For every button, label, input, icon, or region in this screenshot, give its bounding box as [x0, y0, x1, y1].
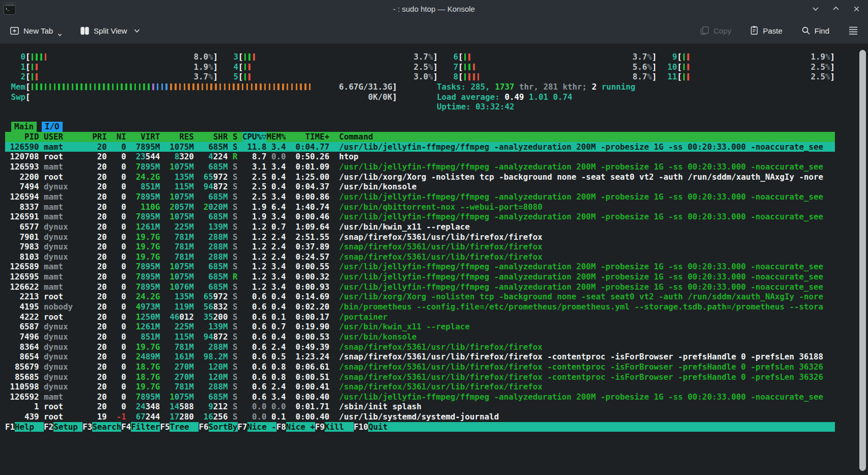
cell-spacer	[107, 372, 112, 382]
cell-cpu-percent: 0.6	[242, 292, 267, 302]
table-row[interactable]: 6587 dynux20 0 1261M 225M 139M S 0.60.7 …	[5, 322, 835, 332]
cell-user: mamt	[44, 282, 92, 292]
cell-spacer	[286, 402, 291, 412]
column-header-cpu[interactable]: CPU%▽	[242, 132, 267, 142]
cell-spacer	[160, 242, 165, 252]
cell-spacer	[160, 272, 165, 282]
table-row[interactable]: 110598 dynux20 0 19.7G 781M 288M S 0.62.…	[5, 382, 835, 392]
table-row[interactable]: 126590 mamt20 0 7895M 1075M 685M S 11.83…	[5, 142, 835, 152]
cell-spacer	[228, 282, 233, 292]
column-header-user[interactable]: USER	[44, 132, 92, 142]
table-row[interactable]: 6577 dynux20 0 1261M 225M 139M S 1.20.7 …	[5, 222, 835, 232]
minimize-icon[interactable]	[811, 4, 820, 13]
cell-shr: 4224	[199, 152, 228, 162]
table-row[interactable]: 7494 dynux20 0 851M 115M 94872 S 2.50.4 …	[5, 182, 835, 192]
table-row[interactable]: 7496 dynux20 0 851M 115M 94872 S 0.60.4 …	[5, 332, 835, 342]
table-row[interactable]: 8337 mamt20 0 110G 2057M 2020M S 1.96.4 …	[5, 202, 835, 212]
cell-spacer	[329, 292, 339, 302]
virt-part: 7	[136, 282, 141, 292]
column-header-time[interactable]: TIME+	[291, 132, 329, 142]
fnkey-nice[interactable]: F8Nice +	[276, 422, 315, 432]
cell-spacer	[107, 222, 112, 232]
table-row[interactable]: 8654 dynux20 0 2489M 161M 98.2M S 0.60.5…	[5, 352, 835, 362]
table-row[interactable]: 439 root19 -1 67244 17280 16256 S 0.00.1…	[5, 412, 835, 422]
fnkey-kill[interactable]: F9Kill	[315, 422, 354, 432]
table-row[interactable]: 126592 mamt20 0 7895M 1075M 685M S 0.63.…	[5, 392, 835, 402]
close-icon[interactable]	[852, 4, 861, 13]
fnkey-help[interactable]: F1Help	[5, 422, 44, 432]
virt-part: 895M	[141, 142, 160, 152]
cpu-meter-9: 9[1.9%]	[657, 52, 835, 62]
column-header-cmd[interactable]: Command	[339, 132, 373, 142]
cell-pri: 20	[92, 332, 107, 342]
shr-part: 120M	[208, 362, 228, 372]
copy-button[interactable]: Copy	[699, 25, 731, 36]
fnkey-search[interactable]: F3Search	[82, 422, 121, 432]
cell-spacer	[286, 242, 291, 252]
meter-bar	[188, 83, 190, 91]
fnkey-tree[interactable]: F5Tree	[160, 422, 199, 432]
cell-spacer	[228, 392, 233, 402]
table-row[interactable]: 8103 dynux20 0 19.7G 781M 288M S 1.22.4 …	[5, 252, 835, 262]
fnkey-setup[interactable]: F2Setup	[44, 422, 82, 432]
table-row[interactable]: 1 root20 0 24348 14588 9212 S 0.00.0 0:0…	[5, 402, 835, 412]
cell-res: 1075M	[165, 162, 194, 172]
table-row[interactable]: 126591 mamt20 0 7895M 1075M 685M S 1.93.…	[5, 212, 835, 222]
fnkey-quit[interactable]: F10Quit	[354, 422, 835, 432]
table-row[interactable]: 120708 root20 0 23544 8320 4224 R 8.70.0…	[5, 152, 835, 162]
cell-state: S	[233, 382, 238, 392]
meter-bar	[192, 83, 194, 91]
cell-pid: 126591	[5, 212, 39, 222]
table-row[interactable]: 8364 dynux20 0 19.7G 781M 288M S 0.62.4 …	[5, 342, 835, 352]
cell-spacer	[160, 252, 165, 262]
table-row[interactable]: 7983 dynux20 0 19.7G 781M 288M S 1.22.4 …	[5, 242, 835, 252]
column-header-ni[interactable]: NI	[111, 132, 126, 142]
cell-spacer	[194, 202, 199, 212]
fnkey-filter[interactable]: F4Filter	[121, 422, 160, 432]
tab-main[interactable]: Main	[11, 122, 37, 132]
table-row[interactable]: 2213 root20 0 24.2G 135M 65972 S 0.60.4 …	[5, 292, 835, 302]
cell-pid: 8364	[5, 342, 39, 352]
virt-part: 18.7G	[136, 362, 160, 372]
fnkey-nice[interactable]: F7Nice -	[238, 422, 276, 432]
split-view-button[interactable]: Split View	[79, 25, 140, 36]
table-row[interactable]: 126622 mamt20 0 7895M 1076M 685M S 1.23.…	[5, 282, 835, 292]
cell-spacer	[160, 262, 165, 272]
meter-bar	[72, 83, 74, 91]
find-button[interactable]: Find	[801, 25, 829, 36]
column-header-pri[interactable]: PRI	[92, 132, 107, 142]
process-table-header[interactable]: PID USERPRI NI VIRT RES SHR S CPU%▽MEM% …	[5, 132, 835, 142]
res-part: 270M	[175, 372, 194, 382]
table-row[interactable]: 4222 root20 0 1250M 46012 35200 S 0.60.1…	[5, 312, 835, 322]
terminal-view[interactable]: 0[8.0%]3[3.7%]6[3.7%]9[1.9%]1[1.9%]4[2.5…	[0, 44, 868, 475]
table-row[interactable]: 126589 mamt20 0 7895M 1075M 685M S 1.23.…	[5, 262, 835, 272]
tab-io[interactable]: I/O	[42, 122, 63, 132]
paste-button[interactable]: Paste	[749, 25, 782, 36]
table-row[interactable]: 126594 mamt20 0 7895M 1075M 685M S 2.53.…	[5, 192, 835, 202]
table-row[interactable]: 85679 dynux20 0 18.7G 270M 120M S 0.60.8…	[5, 362, 835, 372]
column-header-res[interactable]: RES	[165, 132, 194, 142]
table-row[interactable]: 2200 root20 0 24.2G 135M 65972 S 2.50.4 …	[5, 172, 835, 182]
cell-command: /usr/bin/konsole	[339, 332, 416, 342]
fnkey-sortby[interactable]: F6SortBy	[199, 422, 237, 432]
table-row[interactable]: 85685 dynux20 0 18.7G 270M 120M S 0.60.8…	[5, 372, 835, 382]
scrollbar-thumb[interactable]	[859, 50, 866, 471]
shr-part: 9	[208, 402, 213, 412]
table-row[interactable]: 7901 dynux20 0 19.7G 781M 288M S 1.22.4 …	[5, 232, 835, 242]
column-header-s[interactable]: S	[233, 132, 238, 142]
column-header-pid[interactable]: PID	[5, 132, 39, 142]
table-row[interactable]: 4195 nobody20 0 4973M 119M 56832 S 0.60.…	[5, 302, 835, 312]
cell-spacer	[39, 232, 44, 242]
new-tab-button[interactable]: New Tab	[9, 25, 62, 36]
res-part: 115M	[175, 182, 194, 192]
column-header-mem[interactable]: MEM%	[266, 132, 286, 142]
cpu-meter-label: 5	[218, 72, 238, 82]
shr-part: 872	[213, 332, 228, 342]
column-header-shr[interactable]: SHR	[199, 132, 228, 142]
maximize-icon[interactable]	[831, 4, 841, 13]
table-row[interactable]: 126593 mamt20 0 7895M 1075M 685M S 3.13.…	[5, 162, 835, 172]
res-part: 075M	[175, 192, 194, 202]
column-header-virt[interactable]: VIRT	[131, 132, 160, 142]
menu-button[interactable]	[848, 25, 859, 36]
table-row[interactable]: 126595 mamt20 0 7895M 1075M 685M R 1.23.…	[5, 272, 835, 282]
